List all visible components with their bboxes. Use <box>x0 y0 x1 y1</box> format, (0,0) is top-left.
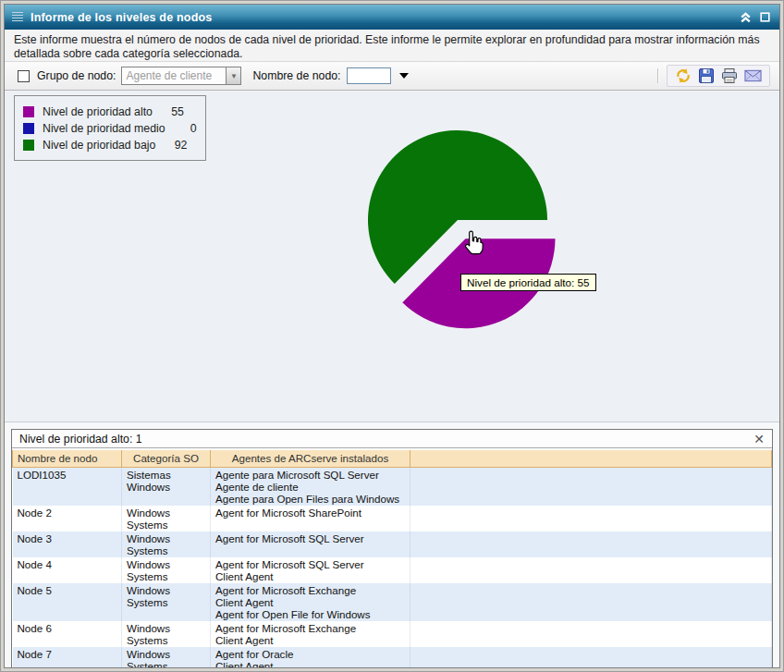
report-window: Informe de los niveles de nodos Este inf… <box>0 0 784 672</box>
cell-os-category: Windows Systems <box>122 583 211 621</box>
cell-empty <box>410 621 772 647</box>
envelope-icon <box>744 69 762 82</box>
window-inner: Informe de los niveles de nodos Este inf… <box>4 4 780 668</box>
print-button[interactable] <box>721 67 738 84</box>
table-row: Node 4Windows SystemsAgent for Microsoft… <box>13 557 772 583</box>
cell-agents: Agent for Microsoft Exchange Client Agen… <box>211 583 410 621</box>
cell-empty <box>410 467 772 506</box>
chevron-down-icon: ▼ <box>226 67 240 84</box>
cell-empty <box>410 506 772 531</box>
email-button[interactable] <box>744 69 762 82</box>
cell-os-category: Windows Systems <box>122 506 211 531</box>
cell-node-name: Node 4 <box>13 557 122 583</box>
detail-panel-title: Nivel de prioridad alto: 1 <box>19 433 752 446</box>
table-row: Node 7Windows SystemsAgent for Oracle Cl… <box>13 647 772 669</box>
legend-item: Nivel de prioridad bajo 92 <box>23 138 197 152</box>
node-name-dropdown-arrow-icon[interactable] <box>399 73 409 79</box>
cell-node-name: Node 2 <box>13 506 122 531</box>
toolbar-icon-group <box>667 65 770 87</box>
report-description: Este informe muestra el número de nodos … <box>5 30 779 62</box>
cell-empty <box>410 583 772 621</box>
node-name-label: Nombre de nodo: <box>252 69 340 82</box>
page-title: Informe de los niveles de nodos <box>31 11 733 24</box>
legend-swatch-medio <box>23 123 34 134</box>
legend-item: Nivel de prioridad alto 55 <box>23 104 197 118</box>
column-header-node-name[interactable]: Nombre de nodo <box>13 449 122 467</box>
cell-os-category: Windows Systems <box>122 647 211 669</box>
titlebar: Informe de los niveles de nodos <box>5 5 779 30</box>
cell-agents: Agent for Microsoft Exchange Client Agen… <box>211 621 410 647</box>
chevron-double-up-icon <box>740 12 752 23</box>
toolbar: Grupo de nodo: Agente de cliente ▼ Nombr… <box>5 62 779 91</box>
cell-agents: Agent for Oracle Client Agent <box>211 647 410 669</box>
legend-item: Nivel de prioridad medio 0 <box>23 121 197 135</box>
cell-agents: Agent for Microsoft SQL Server <box>211 531 410 557</box>
cell-os-category: Sistemas Windows <box>122 467 211 506</box>
cell-node-name: LODI1035 <box>13 467 122 506</box>
cell-empty <box>410 557 772 583</box>
legend-value: 92 <box>168 139 187 152</box>
hand-cursor-icon <box>462 229 484 261</box>
cell-node-name: Node 3 <box>13 531 122 557</box>
refresh-button[interactable] <box>675 67 692 84</box>
node-group-label: Grupo de nodo: <box>37 69 116 82</box>
cell-empty <box>410 647 772 669</box>
table-row: Node 6Windows SystemsAgent for Microsoft… <box>13 621 772 647</box>
column-header-agents[interactable]: Agentes de ARCserve instalados <box>211 449 410 467</box>
cell-node-name: Node 6 <box>13 621 122 647</box>
floppy-save-icon <box>698 67 715 84</box>
cell-os-category: Windows Systems <box>122 621 211 647</box>
cell-os-category: Windows Systems <box>122 557 211 583</box>
save-button[interactable] <box>698 67 715 84</box>
cell-node-name: Node 5 <box>13 583 122 621</box>
node-group-checkbox[interactable] <box>18 70 30 82</box>
chart-tooltip: Nivel de prioridad alto: 55 <box>460 274 596 291</box>
detail-panel: Nivel de prioridad alto: 1 ✕ Nombre de n… <box>11 429 773 668</box>
maximize-icon <box>760 12 770 22</box>
chart-legend: Nivel de prioridad alto 55 Nivel de prio… <box>14 95 206 161</box>
cell-agents: Agent for Microsoft SQL Server Client Ag… <box>211 557 410 583</box>
legend-swatch-alto <box>23 106 34 117</box>
node-group-select-value: Agente de cliente <box>122 69 226 82</box>
detail-table: Nombre de nodo Categoría SO Agentes de A… <box>12 448 772 668</box>
table-row: Node 5Windows SystemsAgent for Microsoft… <box>13 583 772 621</box>
table-row: Node 2Windows SystemsAgent for Microsoft… <box>13 506 772 531</box>
legend-label: Nivel de prioridad bajo <box>43 139 155 152</box>
legend-label: Nivel de prioridad medio <box>43 122 165 135</box>
detail-panel-titlebar: Nivel de prioridad alto: 1 ✕ <box>12 430 772 448</box>
grip-icon <box>12 12 23 22</box>
refresh-icon <box>675 67 692 84</box>
cell-node-name: Node 7 <box>13 647 122 669</box>
printer-icon <box>721 67 738 84</box>
table-row: LODI1035Sistemas WindowsAgente para Micr… <box>13 467 772 506</box>
cell-agents: Agente para Microsoft SQL Server Agente … <box>211 467 410 506</box>
legend-value: 55 <box>165 105 184 118</box>
chart-area: Nivel de prioridad alto 55 Nivel de prio… <box>5 91 779 422</box>
collapse-button[interactable] <box>738 10 753 25</box>
cell-empty <box>410 531 772 557</box>
legend-label: Nivel de prioridad alto <box>43 105 153 118</box>
table-row: Node 3Windows SystemsAgent for Microsoft… <box>13 531 772 557</box>
node-group-select[interactable]: Agente de cliente ▼ <box>121 67 241 85</box>
toolbar-separator <box>657 68 659 83</box>
cell-os-category: Windows Systems <box>122 531 211 557</box>
column-header-empty <box>410 449 772 467</box>
column-header-os-category[interactable]: Categoría SO <box>122 449 211 467</box>
legend-value: 0 <box>178 122 197 135</box>
close-button[interactable]: ✕ <box>752 433 766 446</box>
cell-agents: Agent for Microsoft SharePoint <box>211 506 410 531</box>
table-header-row: Nombre de nodo Categoría SO Agentes de A… <box>13 449 772 467</box>
bottom-area: Nivel de prioridad alto: 1 ✕ Nombre de n… <box>5 422 779 668</box>
legend-swatch-bajo <box>23 140 34 151</box>
maximize-button[interactable] <box>757 10 772 25</box>
node-name-input[interactable] <box>347 67 391 84</box>
